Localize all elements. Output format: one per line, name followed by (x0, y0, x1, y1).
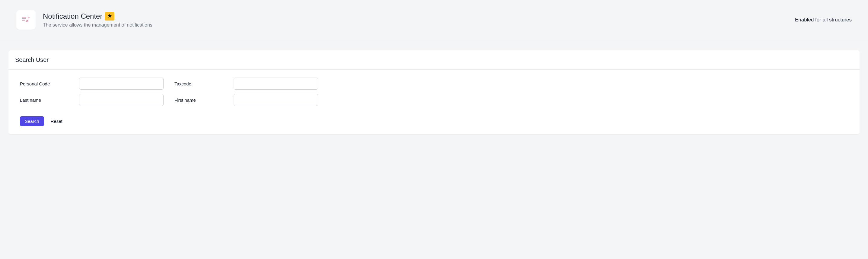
content-wrapper: Search User Personal Code Taxcode Last n… (0, 40, 868, 144)
reset-button[interactable]: Reset (51, 119, 62, 124)
firstname-label: First name (175, 97, 234, 103)
page-title: Notification Center (43, 12, 102, 21)
personal-code-label: Personal Code (20, 81, 79, 86)
panel-body: Personal Code Taxcode Last name First na… (8, 70, 860, 134)
music-playlist-icon (21, 14, 31, 26)
app-icon-box (16, 10, 36, 30)
title-row: Notification Center (43, 12, 152, 21)
page-subtitle: The service allows the management of not… (43, 22, 152, 28)
taxcode-label: Taxcode (175, 81, 234, 86)
enabled-for-structures-text: Enabled for all structures (795, 17, 852, 23)
panel-header: Search User (8, 51, 860, 70)
search-user-panel: Search User Personal Code Taxcode Last n… (8, 51, 860, 134)
lastname-input[interactable] (79, 94, 163, 106)
svg-point-3 (27, 21, 28, 22)
lastname-label: Last name (20, 97, 79, 103)
star-icon (107, 13, 112, 20)
page-header: Notification Center The service allows t… (0, 0, 868, 40)
search-form-grid: Personal Code Taxcode Last name First na… (20, 77, 848, 106)
button-row: Search Reset (20, 116, 848, 126)
title-block: Notification Center The service allows t… (43, 12, 152, 28)
search-button[interactable]: Search (20, 116, 44, 126)
personal-code-input[interactable] (79, 77, 163, 90)
panel-title: Search User (15, 57, 853, 63)
firstname-input[interactable] (234, 94, 318, 106)
taxcode-input[interactable] (234, 77, 318, 90)
header-left: Notification Center The service allows t… (16, 10, 152, 30)
favorite-toggle[interactable] (105, 12, 114, 21)
